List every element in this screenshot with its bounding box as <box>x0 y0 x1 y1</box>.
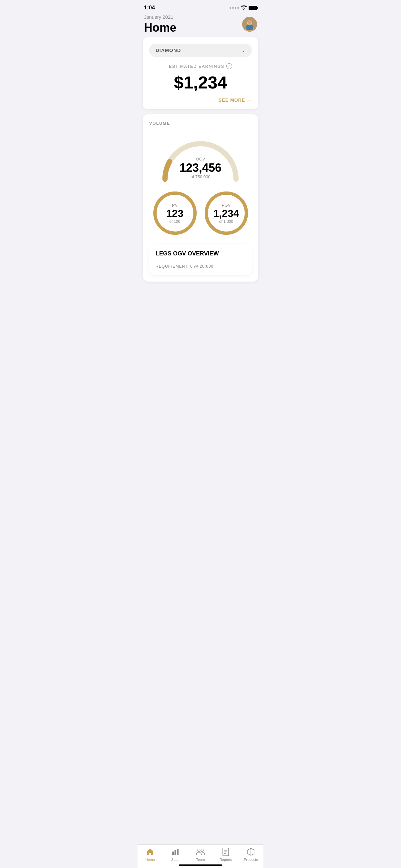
pv-center-text: PV 123 of 100 <box>166 203 183 224</box>
earnings-amount: $1,234 <box>149 72 252 92</box>
avatar[interactable] <box>242 17 257 32</box>
estimated-label: ESTIMATED EARNINGS i <box>149 63 252 69</box>
battery-icon <box>249 6 257 10</box>
pv-value: 123 <box>166 208 183 219</box>
pgv-value: 1,234 <box>213 208 239 219</box>
page-title: Home <box>144 21 176 35</box>
pgv-subtitle: PGV <box>213 203 239 208</box>
ogv-gauge: OGV 123,456 of 750,000 <box>149 131 252 182</box>
pv-of: of 100 <box>166 219 183 224</box>
legs-section: LEGS OGV OVERVIEW REQUIREMENT: 6 @ 20,00… <box>149 244 252 275</box>
header: January 2021 Home <box>137 13 264 37</box>
rank-label: DIAMOND <box>156 48 181 53</box>
volume-card: VOLUME OGV 123,456 of 750,000 <box>143 114 258 282</box>
earnings-card: DIAMOND ⌄ ESTIMATED EARNINGS i $1,234 SE… <box>143 37 258 109</box>
pgv-of: of 1,000 <box>213 219 239 224</box>
legs-title: LEGS OGV OVERVIEW <box>156 250 245 257</box>
header-left: January 2021 Home <box>144 14 176 35</box>
help-icon[interactable]: i <box>226 63 232 69</box>
circles-row: PV 123 of 100 PGV 1,234 of 1,000 <box>149 189 252 237</box>
status-bar: 1:04 <box>137 0 264 13</box>
pgv-center-text: PGV 1,234 of 1,000 <box>213 203 239 224</box>
rank-selector[interactable]: DIAMOND ⌄ <box>149 43 252 57</box>
header-date: January 2021 <box>144 14 176 20</box>
ogv-value: 123,456 <box>180 162 221 174</box>
legs-divider <box>156 259 172 260</box>
chevron-down-icon: ⌄ <box>242 48 245 53</box>
ogv-subtitle: OGV <box>180 157 221 161</box>
status-icons <box>229 5 257 10</box>
wifi-icon <box>241 5 247 10</box>
pgv-gauge: PGV 1,234 of 1,000 <box>202 189 251 237</box>
ogv-of: of 750,000 <box>180 175 221 179</box>
signal-icon <box>229 7 239 9</box>
pv-subtitle: PV <box>166 203 183 208</box>
volume-label: VOLUME <box>149 121 252 126</box>
arrow-right-icon: → <box>247 97 252 103</box>
see-more-button[interactable]: SEE MORE → <box>149 97 252 103</box>
requirement-text: REQUIREMENT: 6 @ 20,000 <box>156 264 245 269</box>
scroll-content: DIAMOND ⌄ ESTIMATED EARNINGS i $1,234 SE… <box>137 37 264 316</box>
ogv-center-text: OGV 123,456 of 750,000 <box>180 157 221 179</box>
status-time: 1:04 <box>144 4 155 11</box>
pv-gauge: PV 123 of 100 <box>151 189 199 237</box>
avatar-image <box>242 17 257 32</box>
svg-point-3 <box>247 20 252 24</box>
